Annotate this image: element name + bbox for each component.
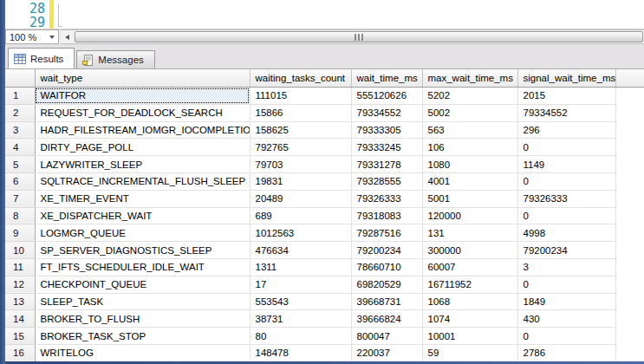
grid-corner-cell[interactable] [5,69,35,88]
grid-cell[interactable]: 39668731 [351,293,422,310]
grid-cell[interactable]: XE_DISPATCHER_WAIT [35,207,250,224]
row-header-5[interactable]: 5 [5,156,35,173]
row-header-3[interactable]: 3 [5,121,35,139]
grid-cell[interactable]: 1849 [517,293,615,310]
grid-cell[interactable]: 1068 [422,293,517,310]
grid-cell[interactable]: 563 [422,121,517,139]
grid-cell[interactable]: SP_SERVER_DIAGNOSTICS_SLEEP [35,242,250,259]
row-header-11[interactable]: 11 [5,258,35,276]
grid-cell[interactable]: 131 [422,224,517,242]
grid-cell[interactable]: LAZYWRITER_SLEEP [35,156,250,173]
grid-cell[interactable]: 430 [517,310,615,328]
grid-cell[interactable]: 689 [250,207,351,224]
row-header-13[interactable]: 13 [5,293,35,310]
grid-cell[interactable]: WRITELOG [35,344,250,361]
row-header-4[interactable]: 4 [5,139,35,156]
scroll-left-button[interactable] [61,30,74,43]
grid-cell[interactable]: 300000 [422,242,517,259]
grid-cell[interactable]: 79318083 [351,207,422,224]
grid-cell[interactable]: BROKER_TO_FLUSH [35,310,250,328]
grid-cell[interactable]: 78660710 [351,258,422,276]
grid-cell[interactable]: 10001 [422,328,517,345]
grid-cell[interactable]: DIRTY_PAGE_POLL [35,139,250,156]
grid-cell[interactable]: 5002 [422,104,517,121]
row-header-1[interactable]: 1 [5,88,35,105]
grid-cell[interactable]: 4998 [517,224,615,242]
grid-cell[interactable]: 79328555 [351,172,422,190]
grid-cell[interactable]: 158625 [250,121,351,139]
grid-cell[interactable]: 1311 [250,258,351,276]
grid-cell[interactable]: 1074 [422,310,517,328]
grid-cell[interactable]: 1012563 [250,224,351,242]
grid-cell[interactable]: 1149 [517,156,615,173]
grid-cell[interactable]: 220037 [351,344,422,361]
grid-cell[interactable]: 0 [517,276,615,293]
grid-cell[interactable]: 4001 [422,172,517,190]
scrollbar-track[interactable] [74,30,644,43]
grid-cell[interactable]: 38731 [250,310,351,328]
grid-cell[interactable]: 79334552 [351,104,422,121]
grid-cell[interactable]: 0 [517,139,615,156]
grid-cell[interactable]: 79200234 [517,242,615,259]
column-header-wait_time_ms[interactable]: wait_time_ms [351,69,422,88]
grid-cell[interactable]: 20489 [250,190,351,207]
tab-results[interactable]: Results [8,48,75,68]
grid-cell[interactable]: 800047 [351,328,422,345]
grid-cell[interactable]: 15866 [250,104,351,121]
horizontal-scrollbar[interactable] [61,29,644,44]
grid-cell[interactable]: REQUEST_FOR_DEADLOCK_SEARCH [35,104,250,121]
grid-cell[interactable]: 120000 [422,207,517,224]
grid-cell[interactable]: 79331278 [351,156,422,173]
grid-cell[interactable]: 1080 [422,156,517,173]
grid-cell[interactable]: CHECKPOINT_QUEUE [35,276,250,293]
grid-cell[interactable]: 111015 [250,88,351,105]
grid-cell[interactable]: XE_TIMER_EVENT [35,190,250,207]
grid-cell[interactable]: 2786 [517,344,615,361]
grid-cell[interactable]: 17 [250,276,351,293]
grid-cell[interactable]: 79326333 [351,190,422,207]
grid-cell[interactable]: SQLTRACE_INCREMENTAL_FLUSH_SLEEP [35,172,250,190]
grid-cell[interactable]: 296 [517,121,615,139]
sql-editor[interactable]: 28 29 SELECT TOP 50 * FROM sys.dm_os_wai… [5,0,644,29]
grid-cell[interactable]: 79200234 [351,242,422,259]
grid-cell[interactable]: HADR_FILESTREAM_IOMGR_IOCOMPLETION [35,121,250,139]
grid-cell[interactable]: 553543 [250,293,351,310]
grid-cell[interactable]: 39666824 [351,310,422,328]
chevron-down-icon[interactable] [49,36,55,39]
grid-cell[interactable]: 79333245 [351,139,422,156]
grid-cell[interactable]: 19831 [250,172,351,190]
grid-cell[interactable]: 2015 [517,88,615,105]
row-header-16[interactable]: 16 [5,344,35,361]
grid-cell[interactable]: 0 [517,172,615,190]
grid-cell[interactable]: 148478 [250,344,351,361]
grid-cell[interactable]: 555120626 [351,88,422,105]
grid-cell[interactable]: WAITFOR [35,88,250,105]
grid-cell[interactable]: 5202 [422,88,517,105]
row-header-12[interactable]: 12 [5,276,35,293]
grid-cell[interactable]: 79326333 [517,190,615,207]
grid-cell[interactable]: 59 [422,344,517,361]
column-header-max_wait_time_ms[interactable]: max_wait_time_ms [422,69,517,88]
grid-cell[interactable]: SLEEP_TASK [35,293,250,310]
row-header-10[interactable]: 10 [5,242,35,259]
row-header-8[interactable]: 8 [5,207,35,224]
row-header-14[interactable]: 14 [5,310,35,328]
grid-cell[interactable]: LOGMGR_QUEUE [35,224,250,242]
row-header-6[interactable]: 6 [5,172,35,190]
column-header-waiting_tasks_count[interactable]: waiting_tasks_count [250,69,351,88]
grid-cell[interactable]: FT_IFTS_SCHEDULER_IDLE_WAIT [35,258,250,276]
grid-cell[interactable]: 0 [517,207,615,224]
grid-cell[interactable]: 792765 [250,139,351,156]
grid-cell[interactable]: 16711952 [422,276,517,293]
column-header-wait_type[interactable]: wait_type [35,69,250,88]
row-header-9[interactable]: 9 [5,224,35,242]
grid-cell[interactable]: 69820529 [351,276,422,293]
row-header-2[interactable]: 2 [5,104,35,121]
zoom-control[interactable]: 100 % [5,29,59,44]
grid-cell[interactable]: 79287516 [351,224,422,242]
grid-cell[interactable]: 60007 [422,258,517,276]
grid-cell[interactable]: 79334552 [517,104,615,121]
grid-cell[interactable]: 80 [250,328,351,345]
grid-cell[interactable]: 0 [517,328,615,345]
grid-cell[interactable]: 106 [422,139,517,156]
